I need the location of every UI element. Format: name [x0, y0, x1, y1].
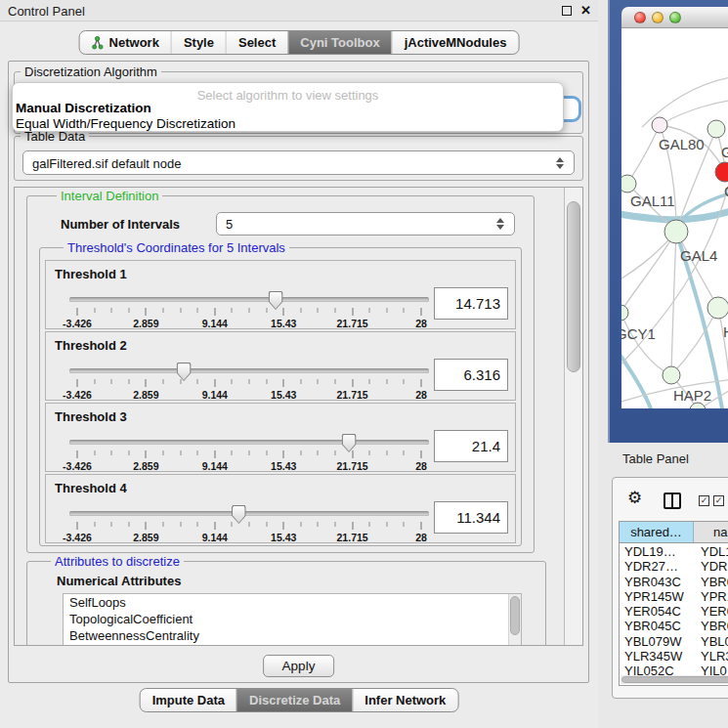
- network-window-titlebar[interactable]: [621, 7, 728, 28]
- threshold-value-field[interactable]: 11.344: [434, 501, 508, 534]
- network-node[interactable]: [707, 120, 725, 138]
- tab-jactivemnodules[interactable]: jActiveMNodules: [392, 31, 519, 54]
- tab-infer-network[interactable]: Infer Network: [352, 689, 457, 711]
- numerical-attributes-list[interactable]: SelfLoopsTopologicalCoefficientBetweenne…: [63, 593, 522, 645]
- cell-name[interactable]: YBR0: [694, 619, 728, 633]
- table-row[interactable]: YBR043CYBR0: [620, 575, 728, 589]
- cell-name[interactable]: YLR3: [694, 649, 728, 664]
- tab-style[interactable]: Style: [171, 31, 226, 54]
- cell-name[interactable]: YIL0: [694, 664, 728, 675]
- network-node[interactable]: [652, 117, 667, 133]
- column-header-name[interactable]: na: [694, 522, 728, 542]
- tab-network[interactable]: Network: [80, 31, 171, 54]
- cell-name[interactable]: YDR2: [694, 559, 728, 574]
- cell-shared-name[interactable]: YDR27…: [620, 559, 694, 574]
- apply-button[interactable]: Apply: [263, 655, 335, 677]
- cell-name[interactable]: YER0: [694, 604, 728, 619]
- cell-shared-name[interactable]: YBL079W: [620, 634, 694, 649]
- table-row[interactable]: YLR345WYLR3: [620, 649, 728, 664]
- tab-discretize-data[interactable]: Discretize Data: [236, 689, 352, 711]
- threshold-module: Threshold 1-3.4262.8599.14415.4321.71528…: [45, 260, 516, 329]
- columns-icon[interactable]: [664, 492, 681, 509]
- zoom-traffic-light-icon[interactable]: [669, 12, 681, 23]
- network-canvas[interactable]: GAL80GCGAL11GAL4GCY1HHAP2: [621, 28, 728, 408]
- network-edge[interactable]: [621, 232, 676, 293]
- cell-name[interactable]: YBL0: [694, 634, 728, 649]
- attribute-item-selfloops[interactable]: SelfLoops: [64, 594, 521, 611]
- table-row[interactable]: YPR145WYPR1: [620, 589, 728, 604]
- attribute-items: SelfLoopsTopologicalCoefficientBetweenne…: [64, 594, 521, 644]
- threshold-slider[interactable]: -3.4262.8599.14415.4321.71528: [69, 364, 429, 401]
- cell-shared-name[interactable]: YER054C: [620, 604, 694, 619]
- attribute-list-scrollbar[interactable]: [508, 594, 521, 645]
- close-traffic-light-icon[interactable]: [634, 12, 646, 23]
- checkbox-filter-icon[interactable]: ✓: [713, 495, 724, 506]
- table-row[interactable]: YDL19…YDL1: [620, 544, 728, 559]
- tab-label: Style: [184, 35, 214, 50]
- cell-name[interactable]: YBR0: [694, 575, 728, 589]
- network-edge[interactable]: [627, 125, 660, 184]
- tab-cyni-toolbox[interactable]: Cyni Toolbox: [287, 31, 391, 54]
- close-icon[interactable]: ✕: [580, 3, 591, 18]
- cell-shared-name[interactable]: YPR145W: [620, 589, 694, 604]
- tick-label: 21.715: [337, 389, 368, 401]
- tab-select[interactable]: Select: [226, 31, 287, 54]
- number-of-intervals-select[interactable]: 5: [216, 212, 515, 236]
- tick-mark: [352, 522, 353, 530]
- popup-item-equal-width-frequency-discretization[interactable]: Equal Width/Frequency Discretization: [16, 116, 236, 131]
- tick-mark: [249, 450, 250, 455]
- tick-mark: [146, 450, 147, 458]
- float-window-icon[interactable]: [562, 6, 572, 16]
- network-edge[interactable]: [621, 232, 676, 313]
- column-header-shared-name[interactable]: shared…: [620, 522, 694, 542]
- tick-mark: [249, 308, 250, 313]
- table-row[interactable]: YBR045CYBR0: [620, 619, 728, 633]
- threshold-slider[interactable]: -3.4262.8599.14415.4321.71528: [69, 292, 429, 329]
- cell-name[interactable]: YPR1: [694, 589, 728, 604]
- threshold-slider[interactable]: -3.4262.8599.14415.4321.71528: [69, 506, 429, 543]
- network-node[interactable]: [621, 175, 636, 193]
- combo-stepper-icon: [556, 156, 565, 170]
- table-data-select[interactable]: galFiltered.sif default node: [22, 150, 575, 175]
- tab-label: Infer Network: [364, 693, 446, 707]
- slider-tick-labels: -3.4262.8599.14415.4321.71528: [77, 389, 421, 401]
- network-node[interactable]: [664, 220, 688, 243]
- table-row[interactable]: YIL052CYIL0: [620, 664, 728, 675]
- scrollbar-thumb[interactable]: [567, 201, 580, 372]
- settings-scrollbar[interactable]: [565, 188, 582, 645]
- threshold-slider[interactable]: -3.4262.8599.14415.4321.71528: [69, 435, 429, 472]
- scrollbar-thumb[interactable]: [510, 596, 520, 635]
- table-row[interactable]: YDR27…YDR2: [620, 559, 728, 574]
- cell-shared-name[interactable]: YBR045C: [620, 619, 694, 633]
- network-edge[interactable]: [621, 209, 728, 220]
- cell-shared-name[interactable]: YBR043C: [620, 575, 694, 589]
- tab-impute-data[interactable]: Impute Data: [141, 689, 236, 711]
- attribute-item-betweennesscentrality[interactable]: BetweennessCentrality: [64, 627, 521, 644]
- threshold-value-field[interactable]: 6.316: [434, 359, 508, 391]
- network-edge[interactable]: [671, 308, 718, 375]
- network-edge[interactable]: [718, 308, 728, 391]
- scrollbar-thumb[interactable]: [621, 676, 728, 683]
- cell-name[interactable]: YDL1: [694, 544, 728, 559]
- network-node[interactable]: [707, 297, 728, 319]
- cell-shared-name[interactable]: YDL19…: [620, 544, 694, 559]
- table-horizontal-scrollbar[interactable]: [621, 675, 728, 684]
- threshold-value-field[interactable]: 21.4: [434, 430, 508, 462]
- tick-mark: [77, 450, 78, 458]
- cell-shared-name[interactable]: YIL052C: [620, 664, 694, 675]
- popup-item-manual-discretization[interactable]: Manual Discretization: [16, 101, 151, 115]
- network-node[interactable]: [621, 305, 628, 321]
- threshold-value-field[interactable]: 14.713: [434, 287, 508, 320]
- threshold-list: Threshold 1-3.4262.8599.14415.4321.71528…: [45, 260, 516, 545]
- gear-icon[interactable]: ⚙: [627, 490, 642, 506]
- minimize-traffic-light-icon[interactable]: [652, 12, 664, 23]
- cell-shared-name[interactable]: YLR345W: [620, 649, 694, 664]
- slider-ticks: [77, 522, 421, 531]
- table-row[interactable]: YER054CYER0: [620, 604, 728, 619]
- attribute-item-topologicalcoefficient[interactable]: TopologicalCoefficient: [64, 611, 521, 627]
- network-node[interactable]: [663, 366, 680, 384]
- table-row[interactable]: YBL079WYBL0: [620, 634, 728, 649]
- checkbox-filter-icon[interactable]: ✓: [699, 495, 709, 506]
- network-node[interactable]: [715, 162, 728, 182]
- tick-mark: [318, 308, 319, 313]
